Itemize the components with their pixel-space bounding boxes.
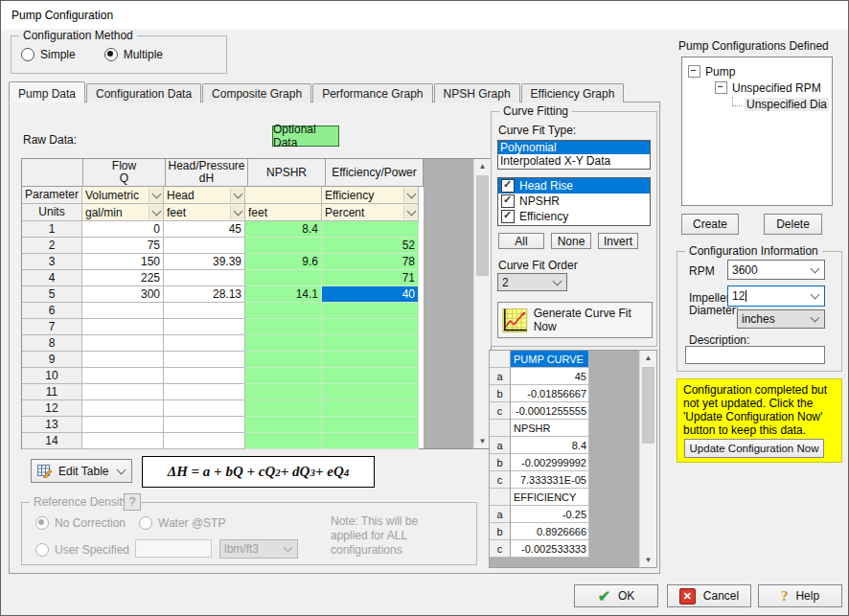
curve-fit-type-option[interactable]: Polynomial <box>498 141 650 154</box>
head-cell[interactable] <box>164 335 245 352</box>
generate-curve-fit-button[interactable]: Generate Curve Fit Now <box>497 302 653 338</box>
tree-item-dia-label[interactable]: Unspecified Dia <box>745 98 829 111</box>
coefficient-value-cell[interactable]: EFFICIENCY <box>511 489 589 506</box>
tab[interactable]: NPSH Graph <box>434 83 520 103</box>
dropdown-arrow-icon[interactable] <box>230 188 244 202</box>
npshr-cell[interactable]: 14.1 <box>245 286 322 303</box>
curve-fit-order-select[interactable]: 2 <box>497 273 567 291</box>
flow-cell[interactable] <box>82 433 164 449</box>
head-cell[interactable]: 45 <box>164 221 245 238</box>
radio-simple-circle[interactable] <box>21 48 34 61</box>
dropdown-arrow-icon[interactable] <box>230 205 244 219</box>
npshr-cell[interactable] <box>245 319 322 335</box>
help-button[interactable]: ? Help <box>758 584 842 607</box>
efficiency-cell[interactable] <box>322 319 419 335</box>
row-number-cell[interactable]: 9 <box>22 352 82 368</box>
dropdown-arrow-icon[interactable] <box>403 205 418 219</box>
head-cell[interactable] <box>164 270 245 286</box>
npshr-cell[interactable]: 8.4 <box>245 221 322 238</box>
none-button[interactable]: None <box>551 233 591 249</box>
row-number-cell[interactable]: 14 <box>22 433 82 449</box>
row-number-cell[interactable]: 1 <box>22 221 82 238</box>
npshr-cell[interactable] <box>245 352 322 368</box>
tab[interactable]: Performance Graph <box>312 83 432 103</box>
ok-button[interactable]: ✔ OK <box>574 584 658 607</box>
flow-cell[interactable]: 300 <box>82 286 164 303</box>
checkbox[interactable] <box>501 210 515 223</box>
coefficient-value-cell[interactable]: -0.01856667 <box>511 385 589 402</box>
radio-multiple[interactable]: Multiple <box>104 48 163 61</box>
coefficient-value-cell[interactable]: -0.002533333 <box>511 540 589 558</box>
edit-table-button[interactable]: Edit Table <box>31 459 132 483</box>
parameter-check-row[interactable]: NPSHR <box>498 194 650 209</box>
collapse-icon[interactable] <box>715 81 727 94</box>
tab[interactable]: Configuration Data <box>86 83 201 103</box>
head-cell[interactable] <box>164 303 245 319</box>
scroll-up-icon[interactable]: ▲ <box>474 159 491 173</box>
efficiency-cell[interactable]: 71 <box>322 270 419 286</box>
efficiency-cell[interactable]: 40 <box>322 286 419 303</box>
update-configuration-button[interactable]: Update Configuration Now <box>684 439 824 458</box>
flow-cell[interactable]: 150 <box>82 254 164 270</box>
flow-cell[interactable]: 0 <box>82 221 164 238</box>
optional-data-button[interactable]: Optional Data <box>272 125 339 147</box>
checkbox[interactable] <box>501 194 515 208</box>
results-scrollbar[interactable]: ▲ ▼ <box>639 351 656 567</box>
row-number-cell[interactable]: 11 <box>22 384 82 400</box>
efficiency-cell[interactable] <box>322 352 419 368</box>
row-number-cell[interactable]: 13 <box>22 417 82 433</box>
head-cell[interactable] <box>164 352 245 368</box>
head-cell[interactable] <box>164 400 245 417</box>
delete-button[interactable]: Delete <box>764 214 822 235</box>
efficiency-cell[interactable] <box>322 433 419 449</box>
coefficient-value-cell[interactable]: 7.333331E-05 <box>511 471 589 489</box>
npshr-cell[interactable] <box>245 417 322 433</box>
impeller-diameter-input[interactable]: 12 <box>727 285 825 307</box>
flow-units-select[interactable]: gal/min <box>82 204 164 221</box>
row-number-cell[interactable]: 12 <box>22 400 82 417</box>
reference-density-help-button[interactable]: ? <box>124 493 141 511</box>
collapse-icon[interactable] <box>688 65 700 78</box>
all-button[interactable]: All <box>498 233 544 249</box>
parameter-check-row[interactable]: Head Rise <box>498 178 650 194</box>
row-number-cell[interactable]: 8 <box>22 335 82 352</box>
row-number-cell[interactable]: 10 <box>22 368 82 384</box>
coefficient-value-cell[interactable]: 8.4 <box>511 437 589 454</box>
npshr-cell[interactable] <box>245 335 322 352</box>
efficiency-cell[interactable]: 52 <box>322 238 419 254</box>
efficiency-cell[interactable] <box>322 303 419 319</box>
flow-cell[interactable] <box>82 368 164 384</box>
tab[interactable]: Efficiency Graph <box>521 83 625 103</box>
flow-parameter-select[interactable]: Volumetric <box>82 187 164 204</box>
radio-simple[interactable]: Simple <box>21 48 76 61</box>
tab[interactable]: Composite Graph <box>202 83 311 103</box>
curve-fit-type-option[interactable]: Interpolated X-Y Data <box>498 154 650 168</box>
npshr-cell[interactable] <box>245 433 322 449</box>
row-number-cell[interactable]: 7 <box>22 319 82 335</box>
head-cell[interactable] <box>164 319 245 335</box>
head-cell[interactable] <box>164 433 245 449</box>
head-cell[interactable]: 39.39 <box>164 254 245 270</box>
row-number-cell[interactable]: 2 <box>22 238 82 254</box>
coefficient-value-cell[interactable]: -0.25 <box>511 506 589 523</box>
efficiency-cell[interactable] <box>322 400 419 417</box>
row-number-cell[interactable]: 3 <box>22 254 82 270</box>
efficiency-cell[interactable] <box>322 417 419 433</box>
flow-cell[interactable] <box>82 335 164 352</box>
row-number-cell[interactable]: 5 <box>22 286 82 303</box>
dropdown-arrow-icon[interactable] <box>149 205 163 219</box>
coefficient-value-cell[interactable]: -0.002999992 <box>511 454 589 471</box>
tree-item-dia[interactable]: Unspecified Dia <box>688 96 832 112</box>
npshr-cell[interactable] <box>245 400 322 417</box>
row-number-cell[interactable]: 4 <box>22 270 82 286</box>
tree-item-rpm[interactable]: Unspecified RPM <box>688 80 832 96</box>
head-cell[interactable]: 28.13 <box>164 286 245 303</box>
radio-multiple-circle[interactable] <box>104 48 118 61</box>
flow-cell[interactable]: 75 <box>82 238 164 254</box>
scrollbar-thumb[interactable] <box>476 175 489 276</box>
efficiency-cell[interactable]: 78 <box>322 254 419 270</box>
parameter-check-row[interactable]: Efficiency <box>498 209 650 224</box>
npshr-cell[interactable] <box>245 238 322 254</box>
edit-table-dropdown-icon[interactable] <box>117 465 126 474</box>
head-cell[interactable] <box>164 384 245 400</box>
